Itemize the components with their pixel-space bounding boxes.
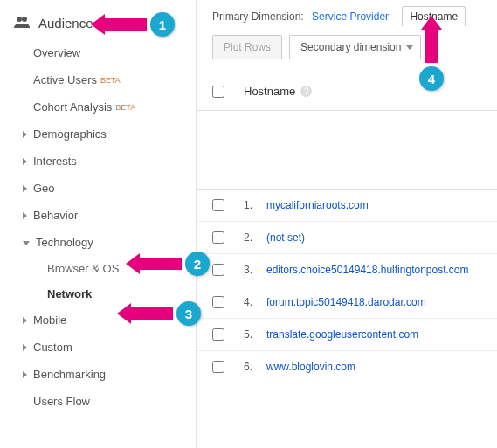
sidebar-item-demographics[interactable]: Demographics	[33, 121, 196, 148]
svg-point-1	[22, 17, 27, 22]
sidebar-item-interests[interactable]: Interests	[33, 148, 196, 175]
table-row: 6. www.bloglovin.com	[197, 351, 497, 383]
row-index: 6.	[244, 361, 261, 373]
caret-right-icon	[23, 131, 27, 138]
controls-row: Plot Rows Secondary dimension	[197, 28, 497, 72]
row-checkbox[interactable]	[212, 264, 224, 276]
row-checkbox[interactable]	[212, 361, 224, 373]
sidebar-item-geo[interactable]: Geo	[33, 175, 196, 202]
caret-right-icon	[23, 185, 27, 192]
sidebar-item-active-users[interactable]: Active UsersBETA	[33, 66, 196, 93]
sidebar-section-label: Audience	[38, 16, 93, 31]
caret-right-icon	[23, 317, 27, 324]
sidebar-item-mobile[interactable]: Mobile	[33, 307, 196, 334]
sidebar-sublist-technology: Browser & OS Network	[33, 256, 196, 307]
hostname-link[interactable]: mycaliforniaroots.com	[266, 199, 369, 211]
column-header-hostname[interactable]: Hostname	[244, 85, 295, 98]
caret-right-icon	[23, 212, 27, 219]
caret-right-icon	[23, 158, 27, 165]
row-checkbox[interactable]	[212, 296, 224, 308]
hostname-link[interactable]: translate.googleusercontent.com	[266, 328, 418, 341]
secondary-dimension-dropdown[interactable]: Secondary dimension	[289, 35, 421, 59]
primary-dimension-row: Primary Dimension: Service Provider Host…	[197, 0, 497, 28]
caret-right-icon	[23, 371, 27, 378]
hostname-link[interactable]: forum.topic50149418.darodar.com	[266, 296, 426, 308]
caret-right-icon	[23, 344, 27, 351]
sidebar-section-audience[interactable]: Audience	[0, 10, 196, 39]
beta-badge: BETA	[100, 76, 121, 85]
sidebar-item-benchmarking[interactable]: Benchmarking	[33, 361, 196, 388]
table-row: 2. (not set)	[197, 222, 497, 254]
row-checkbox[interactable]	[212, 231, 224, 244]
table-row: 5. translate.googleusercontent.com	[197, 319, 497, 351]
sidebar-item-browser-os[interactable]: Browser & OS	[47, 256, 196, 281]
main-content: Primary Dimension: Service Provider Host…	[197, 0, 497, 448]
beta-badge: BETA	[115, 103, 135, 112]
caret-down-icon	[23, 241, 30, 245]
dimension-link-service-provider[interactable]: Service Provider	[312, 10, 389, 23]
sidebar-item-users-flow[interactable]: Users Flow	[33, 388, 196, 415]
row-index: 4.	[244, 296, 261, 308]
sidebar-item-cohort-analysis[interactable]: Cohort AnalysisBETA	[33, 93, 196, 121]
sidebar: Audience Overview Active UsersBETA Cohor…	[0, 0, 197, 448]
row-checkbox[interactable]	[212, 328, 224, 341]
sidebar-item-technology[interactable]: Technology	[33, 229, 196, 256]
table-header: Hostname ?	[197, 72, 497, 111]
row-index: 1.	[244, 199, 261, 211]
primary-dimension-label: Primary Dimension:	[212, 10, 304, 23]
sidebar-nav-list: Overview Active UsersBETA Cohort Analysi…	[0, 39, 196, 415]
row-checkbox[interactable]	[212, 199, 224, 211]
row-index: 5.	[244, 328, 261, 341]
sidebar-item-network[interactable]: Network	[47, 281, 196, 307]
dimension-tab-hostname[interactable]: Hostname	[402, 6, 466, 26]
audience-icon	[12, 16, 31, 31]
sidebar-item-overview[interactable]: Overview	[33, 39, 196, 66]
hostname-link[interactable]: www.bloglovin.com	[266, 361, 355, 373]
table-row: 1. mycaliforniaroots.com	[197, 190, 497, 222]
sidebar-item-custom[interactable]: Custom	[33, 334, 196, 361]
table-row: 3. editors.choice50149418.hulfingtonpost…	[197, 254, 497, 286]
table-spacer	[197, 111, 497, 190]
select-all-checkbox[interactable]	[212, 86, 224, 98]
hostname-link[interactable]: editors.choice50149418.hulfingtonpost.co…	[266, 264, 469, 276]
svg-point-0	[17, 17, 22, 22]
row-index: 2.	[244, 231, 261, 244]
sidebar-item-behavior[interactable]: Behavior	[33, 202, 196, 229]
row-index: 3.	[244, 264, 261, 276]
hostname-link[interactable]: (not set)	[266, 231, 305, 244]
help-icon[interactable]: ?	[300, 86, 312, 97]
table-row: 4. forum.topic50149418.darodar.com	[197, 286, 497, 319]
plot-rows-button[interactable]: Plot Rows	[212, 35, 282, 59]
